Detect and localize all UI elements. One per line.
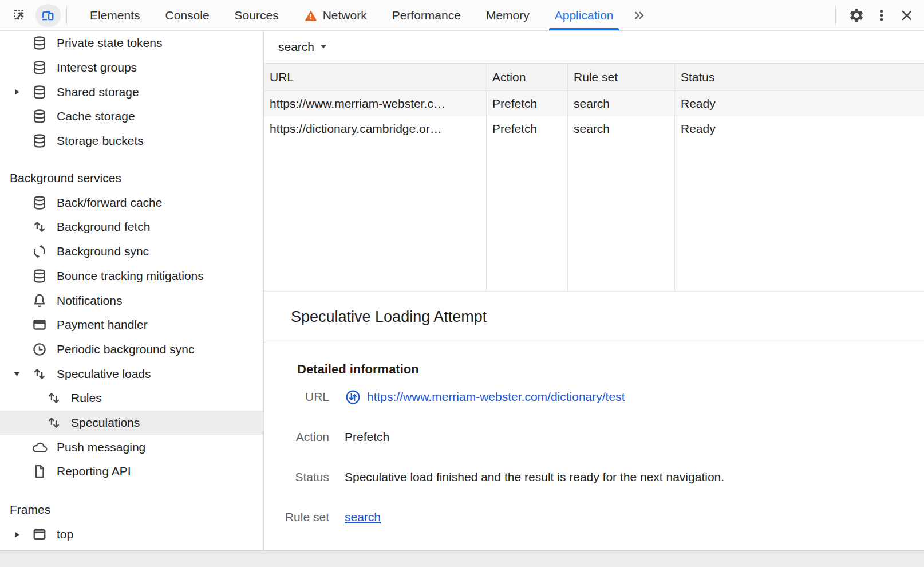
frame-icon <box>31 526 48 542</box>
database-icon <box>31 108 48 124</box>
tab-elements[interactable]: Elements <box>77 0 153 30</box>
sidebar-item-back-forward-cache[interactable]: Back/forward cache <box>0 190 263 215</box>
sidebar-item-storage-buckets[interactable]: Storage buckets <box>0 129 263 153</box>
speculations-filter-toolbar: search <box>264 31 924 63</box>
database-icon <box>31 268 48 284</box>
sidebar-item-speculative-loads[interactable]: Speculative loads <box>0 361 263 386</box>
detailed-information-heading: Detailed information <box>297 362 924 377</box>
column-header-status[interactable]: Status <box>675 64 924 91</box>
detail-field-url: URL https://www.merriam-webster.com/dict… <box>264 377 924 417</box>
chevron-down-icon <box>319 43 327 51</box>
database-icon <box>31 84 48 100</box>
table-row-1-url[interactable]: https://www.merriam-webster.c… <box>264 91 487 116</box>
sidebar-item-cache-storage[interactable]: Cache storage <box>0 104 263 129</box>
database-icon <box>31 60 48 76</box>
speculated-url-link[interactable]: https://www.merriam-webster.com/dictiona… <box>367 390 625 404</box>
swap-arrows-icon <box>31 366 48 382</box>
toolbar-divider <box>66 6 67 25</box>
sidebar-item-background-fetch[interactable]: Background fetch <box>0 215 263 239</box>
grid-empty-area <box>487 141 568 291</box>
swap-arrows-icon <box>46 390 62 406</box>
tab-memory[interactable]: Memory <box>473 0 542 30</box>
sidebar-item-payment-handler[interactable]: Payment handler <box>0 313 263 337</box>
detailed-information-report: Detailed information URL https://www.mer… <box>264 362 924 537</box>
column-header-action[interactable]: Action <box>487 64 568 91</box>
double-chevron-icon <box>631 8 646 23</box>
kebab-menu-icon <box>874 8 889 23</box>
table-row-2-status[interactable]: Ready <box>675 116 924 141</box>
table-row-2-url[interactable]: https://dictionary.cambridge.or… <box>264 116 487 141</box>
tab-application[interactable]: Application <box>542 0 626 30</box>
sidebar-item-shared-storage[interactable]: Shared storage <box>0 80 263 104</box>
toolbar-divider <box>835 6 836 25</box>
sidebar-item-speculations[interactable]: Speculations <box>0 411 264 435</box>
expand-collapsed-icon[interactable] <box>11 88 22 96</box>
tab-network[interactable]: Network <box>291 0 380 30</box>
status-field-label: Status <box>264 470 329 484</box>
expand-expanded-icon[interactable] <box>11 370 22 377</box>
swap-arrows-icon <box>31 219 48 235</box>
table-row-1-action[interactable]: Prefetch <box>487 91 568 116</box>
sidebar-item-periodic-background-sync[interactable]: Periodic background sync <box>0 337 263 362</box>
sidebar-item-bounce-tracking-mitigations[interactable]: Bounce tracking mitigations <box>0 264 263 289</box>
sidebar-item-background-sync[interactable]: Background sync <box>0 239 263 264</box>
detail-field-status: Status Speculative load finished and the… <box>264 457 924 497</box>
sidebar-item-push-messaging[interactable]: Push messaging <box>0 435 263 459</box>
action-field-label: Action <box>264 430 329 444</box>
expand-collapsed-icon[interactable] <box>11 531 22 538</box>
gear-icon <box>848 7 864 23</box>
grid-empty-area <box>264 141 487 291</box>
table-row-1-status[interactable]: Ready <box>675 91 924 116</box>
more-tabs-button[interactable] <box>626 0 652 30</box>
sidebar-section-background-services: Background services <box>0 166 263 190</box>
status-field-value: Speculative load finished and the result… <box>345 470 924 484</box>
close-devtools-button[interactable] <box>894 3 919 28</box>
sidebar-item-private-state-tokens[interactable]: Private state tokens <box>0 31 263 56</box>
payment-card-icon <box>31 317 48 333</box>
grid-empty-area <box>568 141 675 291</box>
table-row-2-action[interactable]: Prefetch <box>487 116 568 141</box>
devtools-tabbar: Elements Console Sources Network Perform… <box>0 0 924 31</box>
detail-field-rule-set: Rule set search <box>264 497 924 537</box>
rule-set-field-label: Rule set <box>264 510 329 524</box>
document-icon <box>31 463 48 479</box>
close-icon <box>899 8 914 23</box>
customize-devtools-button[interactable] <box>869 3 894 28</box>
application-sidebar: Private state tokens Interest groups Sha… <box>0 31 264 551</box>
database-icon <box>31 35 48 51</box>
action-field-value: Prefetch <box>345 430 924 444</box>
toolbar-right-controls <box>835 0 924 30</box>
sidebar-item-interest-groups[interactable]: Interest groups <box>0 56 263 80</box>
device-toolbar-icon <box>41 8 56 23</box>
clock-icon <box>31 341 48 357</box>
sidebar-section-frames: Frames <box>0 498 263 522</box>
window-bottom-strip <box>0 550 924 567</box>
warning-triangle-icon <box>304 9 318 22</box>
rule-set-filter-dropdown[interactable]: search <box>278 40 327 54</box>
sidebar-item-top-frame[interactable]: top <box>0 522 263 547</box>
detail-section-title: Speculative Loading Attempt <box>264 292 924 342</box>
url-field-label: URL <box>264 390 329 404</box>
panel-tabs: Elements Console Sources Network Perform… <box>77 0 652 30</box>
detail-field-action: Action Prefetch <box>264 417 924 457</box>
sidebar-item-reporting-api[interactable]: Reporting API <box>0 459 263 484</box>
speculative-load-circle-icon <box>345 389 361 405</box>
rule-set-link[interactable]: search <box>345 510 381 524</box>
table-row-2-rule-set[interactable]: search <box>568 116 675 141</box>
column-header-rule-set[interactable]: Rule set <box>568 64 675 91</box>
tab-performance[interactable]: Performance <box>380 0 473 30</box>
table-row-1-rule-set[interactable]: search <box>568 91 675 116</box>
settings-button[interactable] <box>844 3 869 28</box>
grid-empty-area <box>675 141 924 291</box>
devtools-window: Elements Console Sources Network Perform… <box>0 0 924 567</box>
toggle-device-toolbar-button[interactable] <box>35 4 61 27</box>
sidebar-item-rules[interactable]: Rules <box>0 386 263 411</box>
column-header-url[interactable]: URL <box>264 64 487 91</box>
sidebar-item-notifications[interactable]: Notifications <box>0 288 263 313</box>
bell-icon <box>31 293 48 309</box>
inspect-element-button[interactable] <box>8 4 31 27</box>
tab-sources[interactable]: Sources <box>222 0 291 30</box>
swap-arrows-icon <box>46 415 62 431</box>
database-icon <box>31 195 48 211</box>
tab-console[interactable]: Console <box>153 0 222 30</box>
